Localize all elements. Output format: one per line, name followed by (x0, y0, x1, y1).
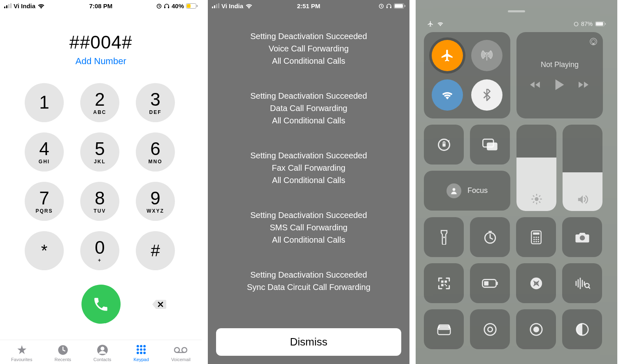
key-3[interactable]: 3DEF (136, 83, 175, 122)
tab-label: Voicemail (171, 357, 191, 362)
airplay-icon (589, 37, 598, 46)
sound-recognition-button[interactable] (562, 263, 602, 303)
svg-point-17 (140, 348, 142, 351)
alarm-icon (379, 3, 384, 9)
svg-rect-5 (164, 7, 165, 8)
svg-rect-72 (444, 284, 446, 285)
key-5[interactable]: 5JKL (80, 132, 119, 172)
svg-rect-76 (484, 281, 488, 285)
status-bar: Vi India 2:51 PM (208, 0, 409, 12)
key-star[interactable]: * (25, 231, 64, 270)
volume-slider[interactable] (563, 125, 602, 211)
dismiss-button[interactable]: Dismiss (216, 328, 401, 356)
svg-rect-9 (197, 5, 198, 7)
carrier-label: Vi India (221, 2, 243, 9)
calculator-button[interactable] (516, 217, 556, 257)
backspace-button[interactable] (152, 299, 167, 310)
svg-rect-71 (441, 284, 443, 286)
cellular-data-toggle[interactable] (471, 40, 502, 71)
key-1[interactable]: 1 (25, 83, 64, 122)
screen-mirroring-icon (482, 138, 498, 151)
deactivation-block: Setting Deactivation Succeeded Sync Data… (247, 269, 370, 293)
svg-point-23 (182, 348, 187, 352)
svg-rect-44 (486, 142, 497, 150)
add-number-button[interactable]: Add Number (0, 56, 202, 67)
battery-icon (394, 3, 405, 9)
qr-scanner-button[interactable] (424, 263, 464, 303)
key-2[interactable]: 2ABC (80, 83, 119, 122)
play-icon[interactable] (555, 79, 564, 90)
dialed-number-display: ##004# (0, 32, 202, 53)
screen-record-button[interactable] (516, 309, 556, 349)
status-time: 7:08 PM (89, 2, 113, 9)
brightness-slider[interactable] (516, 125, 556, 211)
deact-line: Setting Deactivation Succeeded (250, 149, 367, 162)
forward-icon[interactable] (579, 81, 589, 88)
wallet-button[interactable] (424, 309, 464, 349)
svg-point-68 (579, 235, 584, 240)
svg-rect-87 (438, 326, 450, 329)
bluetooth-toggle[interactable] (471, 79, 502, 111)
wifi-toggle[interactable] (432, 79, 463, 111)
phone-icon (92, 296, 109, 313)
flashlight-button[interactable] (424, 217, 464, 257)
svg-point-18 (143, 348, 146, 351)
media-module[interactable]: Not Playing (516, 32, 603, 118)
deactivation-block: Setting Deactivation Succeeded Voice Cal… (250, 30, 367, 67)
cc-status-bar: 87% (424, 21, 609, 27)
now-playing-label: Not Playing (541, 60, 579, 69)
key-9[interactable]: 9WXYZ (136, 182, 175, 221)
camera-button[interactable] (562, 217, 602, 257)
record-icon (529, 322, 543, 336)
key-4[interactable]: 4GHI (25, 132, 64, 172)
headphones-icon (386, 3, 392, 9)
status-bar: Vi India 7:08 PM 40% (0, 0, 202, 12)
key-7[interactable]: 7PQRS (25, 182, 64, 221)
svg-point-62 (533, 239, 535, 240)
battery-icon (186, 3, 198, 9)
svg-rect-38 (605, 23, 606, 25)
screen-mirroring-button[interactable] (470, 125, 510, 165)
carrier-label: Vi India (14, 2, 35, 9)
deact-line: Voice Call Forwarding (250, 42, 367, 55)
timer-button[interactable] (470, 217, 510, 257)
dialer-screen: Vi India 7:08 PM 40% ##004# Add Number 1… (0, 0, 202, 364)
dark-mode-button[interactable] (562, 309, 602, 349)
grabber-handle[interactable] (508, 10, 525, 12)
svg-point-19 (137, 352, 139, 354)
clock-icon (57, 344, 69, 356)
deactivation-screen: Vi India 2:51 PM Setting Deactivation Su… (208, 0, 409, 364)
svg-line-52 (539, 202, 540, 203)
dark-mode-icon (575, 322, 589, 336)
tab-favourites[interactable]: Favourites (11, 344, 32, 362)
low-power-mode-button[interactable] (470, 263, 510, 303)
tab-voicemail[interactable]: Voicemail (171, 344, 191, 362)
key-6[interactable]: 6MNO (136, 132, 175, 172)
svg-rect-0 (4, 7, 5, 8)
nfc-button[interactable] (516, 263, 556, 303)
tab-contacts[interactable]: Contacts (93, 344, 111, 362)
camera-icon (575, 231, 590, 243)
tab-label: Recents (55, 357, 71, 362)
key-hash[interactable]: # (136, 231, 175, 270)
rewind-icon[interactable] (530, 81, 541, 88)
deact-line: Setting Deactivation Succeeded (250, 209, 367, 221)
svg-rect-70 (444, 280, 447, 283)
orientation-lock-toggle[interactable] (424, 125, 464, 165)
svg-rect-2 (8, 4, 9, 8)
svg-point-64 (537, 239, 539, 240)
tab-keypad[interactable]: Keypad (133, 344, 149, 362)
tab-label: Keypad (133, 357, 149, 362)
airplane-mode-toggle[interactable] (432, 40, 463, 71)
sound-recognition-icon (575, 277, 590, 290)
wifi-icon (437, 21, 444, 26)
key-0[interactable]: 0+ (80, 231, 119, 270)
home-button[interactable] (470, 309, 510, 349)
call-button[interactable] (81, 285, 121, 324)
svg-point-91 (533, 326, 539, 332)
wifi-icon (245, 3, 253, 9)
deact-line: All Conditional Calls (250, 174, 367, 186)
tab-recents[interactable]: Recents (55, 344, 71, 362)
key-8[interactable]: 8TUV (80, 182, 119, 221)
focus-button[interactable]: Focus (424, 171, 510, 211)
